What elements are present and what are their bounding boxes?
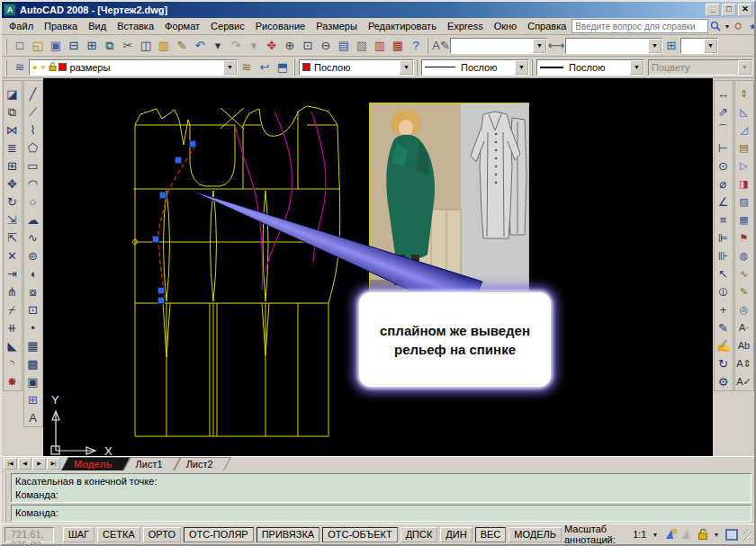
redo-button[interactable]: ↷ <box>227 37 245 55</box>
lock-menu-arrow-icon[interactable]: ▼ <box>713 532 719 538</box>
status-toggle-polar[interactable]: ОТС-ПОЛЯР <box>184 527 254 542</box>
dim-jog-line-button[interactable]: ◿ <box>735 121 753 139</box>
status-toggle-osnap[interactable]: ПРИВЯЗКА <box>256 527 320 542</box>
layer-color-swatch[interactable] <box>58 63 67 71</box>
quickcalc-button[interactable]: ▦ <box>389 37 407 55</box>
menu-edit[interactable]: Правка <box>39 19 83 33</box>
tab-nav-first-button[interactable]: |◀ <box>4 458 17 470</box>
annotation-scale-value[interactable]: 1:1 <box>633 529 646 540</box>
explode-button[interactable]: ✸ <box>4 372 22 390</box>
tab-nav-next-button[interactable]: ▶ <box>32 458 46 470</box>
help-search-input[interactable] <box>572 19 708 33</box>
scale-text-button[interactable]: A⇕ <box>735 354 753 372</box>
lineweight-control-combo[interactable]: Послою ▼ <box>536 59 644 76</box>
render-exposure-button[interactable]: ✎ <box>735 282 753 300</box>
rotate-button[interactable]: ↻ <box>4 192 22 210</box>
dim-style-combo[interactable]: ▼ <box>565 38 662 54</box>
menu-help[interactable]: Справка <box>522 19 572 33</box>
find-text-button[interactable]: A· <box>735 318 753 336</box>
open-button[interactable]: ◱ <box>29 37 47 55</box>
undo-button[interactable]: ↶ <box>191 37 209 55</box>
toolbar-grip[interactable] <box>293 59 297 76</box>
revcloud-button[interactable]: ☁ <box>24 210 42 228</box>
dim-space-button[interactable]: ⇕ <box>735 85 753 103</box>
zoom-previous-button[interactable]: ⊖ <box>317 37 335 55</box>
toolbar-lock-icon[interactable] <box>697 527 709 542</box>
rectangle-button[interactable]: ▭ <box>24 157 42 175</box>
dimension-style-button[interactable]: ⚙ <box>715 372 733 390</box>
tab-layout2[interactable]: Лист2 <box>177 457 228 470</box>
text-style-button[interactable]: A✎ <box>432 37 450 55</box>
clean-screen-icon[interactable] <box>725 527 738 542</box>
combo-arrow-icon[interactable]: ▼ <box>515 60 528 75</box>
combo-arrow-icon[interactable]: ▼ <box>223 60 237 75</box>
insert-block-button[interactable]: ⧇ <box>24 282 42 300</box>
materials-button[interactable]: ▨ <box>735 192 753 210</box>
tolerance-button[interactable]: ⦶ <box>715 282 733 300</box>
layer-previous-button[interactable]: ↩ <box>256 58 274 76</box>
status-toggle-model-space[interactable]: МОДЕЛЬ <box>508 527 562 542</box>
menu-format[interactable]: Формат <box>159 19 205 33</box>
render-window-button[interactable]: ◎ <box>735 300 753 318</box>
dimension-edit-button[interactable]: ✎ <box>715 318 733 336</box>
spell-check-button[interactable]: A✓ <box>735 372 753 390</box>
qnew-button[interactable]: □ <box>11 37 29 55</box>
layer-combo[interactable]: ● ☀ размеры ▼ <box>29 59 238 76</box>
layer-unlock-icon[interactable] <box>49 62 57 73</box>
app-icon[interactable]: A <box>4 4 16 16</box>
plot-preview-button[interactable]: ⊞ <box>83 37 101 55</box>
menu-dimension[interactable]: Размеры <box>310 19 363 33</box>
chamfer-button[interactable]: ◣ <box>4 336 22 354</box>
status-toggle-otrack[interactable]: ОТС-ОБЪЕКТ <box>322 527 397 542</box>
toolbar-grip[interactable] <box>5 38 9 54</box>
table-style-combo[interactable]: ▼ <box>680 38 718 54</box>
combo-arrow-icon[interactable]: ▼ <box>648 39 662 53</box>
planar-mapping-button[interactable]: ▦ <box>735 210 753 228</box>
tool-palettes-button[interactable]: ▥ <box>371 37 389 55</box>
render-environment-button[interactable]: ◍ <box>735 246 753 264</box>
radius-dimension-button[interactable]: ⊙ <box>715 157 733 175</box>
redo-list-button[interactable]: ▾ <box>245 37 263 55</box>
table-style-button[interactable]: ⊞ <box>662 37 680 55</box>
toolbar-grip[interactable] <box>531 59 535 76</box>
tab-model[interactable]: Модель <box>65 457 127 470</box>
quick-leader-button[interactable]: ↖ <box>715 264 733 282</box>
spline-button[interactable]: ∿ <box>24 228 42 246</box>
ellipse-button[interactable]: ⊜ <box>24 246 42 264</box>
move-button[interactable]: ✥ <box>4 175 22 192</box>
match-properties-button[interactable]: ✎ <box>173 37 191 55</box>
render-flag-button[interactable]: ⚑ <box>735 228 753 246</box>
copy-button[interactable]: ⧉ <box>4 103 22 121</box>
resize-grip[interactable] <box>743 529 752 541</box>
offset-button[interactable]: ≣ <box>4 139 22 157</box>
menu-view[interactable]: Вид <box>83 19 112 33</box>
tab-nav-prev-button[interactable]: ◀ <box>18 458 32 470</box>
ellipse-arc-button[interactable]: ◖ <box>24 264 42 282</box>
menu-tools[interactable]: Сервис <box>205 19 250 33</box>
linear-dimension-button[interactable]: ↔ <box>715 85 733 103</box>
circle-button[interactable]: ○ <box>24 192 42 210</box>
layer-on-bulb-icon[interactable]: ● <box>32 63 37 72</box>
tab-nav-last-button[interactable]: ▶| <box>47 458 60 470</box>
table-button[interactable]: ⊞ <box>24 390 42 408</box>
polyline-button[interactable]: ⌇ <box>24 121 42 139</box>
status-toggle-grid[interactable]: СЕТКА <box>97 527 140 542</box>
hatch-button[interactable]: ▦ <box>24 336 42 354</box>
menu-draw[interactable]: Рисование <box>250 19 310 33</box>
polygon-button[interactable]: ⬠ <box>24 139 42 157</box>
advanced-render-button[interactable]: ∿ <box>735 264 753 282</box>
dim-break-button[interactable]: ◺ <box>735 103 753 121</box>
zoom-realtime-button[interactable]: ⊕ <box>281 37 299 55</box>
save-button[interactable]: ▣ <box>47 37 65 55</box>
fillet-button[interactable]: ◝ <box>4 354 22 372</box>
layer-thaw-sun-icon[interactable]: ☀ <box>39 63 46 72</box>
paste-button[interactable]: ▥ <box>155 37 173 55</box>
join-button[interactable]: ⧺ <box>4 318 22 336</box>
make-block-button[interactable]: ⊡ <box>24 300 42 318</box>
status-toggle-ducs[interactable]: ДПСК <box>400 527 438 542</box>
layer-states-button[interactable]: ≋ <box>238 58 256 76</box>
status-toggle-snap[interactable]: ШАГ <box>63 527 94 542</box>
trim-button[interactable]: ✕ <box>4 246 22 264</box>
plot-button[interactable]: ⊟ <box>65 37 83 55</box>
continue-dimension-button[interactable]: ⊪ <box>715 246 733 264</box>
